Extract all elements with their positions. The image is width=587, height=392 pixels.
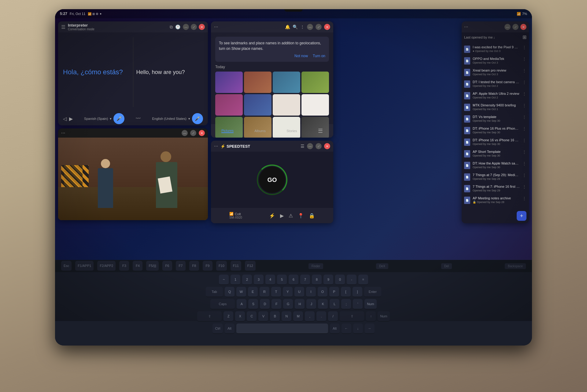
key-l[interactable]: L bbox=[330, 299, 339, 309]
key-a[interactable]: A bbox=[237, 299, 246, 309]
key-r[interactable]: R bbox=[260, 287, 269, 297]
key-minus[interactable]: - bbox=[347, 275, 356, 285]
key-backspace[interactable]: Backspace bbox=[505, 263, 526, 269]
doc-more-button-4[interactable]: ⋮ bbox=[522, 91, 526, 96]
doc-more-button-5[interactable]: ⋮ bbox=[522, 103, 526, 108]
maps-close-button[interactable]: ✕ bbox=[324, 24, 330, 30]
photo-thumb-4[interactable] bbox=[301, 72, 329, 93]
key-enter[interactable]: Enter bbox=[364, 287, 381, 297]
key-tilde[interactable]: ~ bbox=[219, 275, 229, 285]
key-m[interactable]: M bbox=[293, 311, 303, 322]
key-f7[interactable]: F7 bbox=[176, 261, 186, 271]
doc-more-button-13[interactable]: ⋮ bbox=[522, 196, 526, 201]
key-lbracket[interactable]: [ bbox=[341, 287, 351, 297]
maps-more-icon[interactable]: ⋮ bbox=[300, 24, 305, 29]
doc-more-button-8[interactable]: ⋮ bbox=[522, 138, 526, 143]
key-alt-right[interactable]: Alt bbox=[330, 324, 340, 334]
key-8[interactable]: 8 bbox=[312, 275, 322, 285]
key-b[interactable]: B bbox=[270, 311, 280, 322]
key-space[interactable] bbox=[236, 324, 328, 334]
video-menu-dots[interactable]: ··· bbox=[61, 130, 65, 136]
photo-thumb-7[interactable] bbox=[273, 94, 300, 116]
key-quote[interactable]: ' bbox=[353, 299, 363, 309]
key-e[interactable]: E bbox=[248, 287, 258, 297]
photo-thumb-5[interactable] bbox=[215, 94, 243, 116]
key-q[interactable]: Q bbox=[225, 287, 234, 297]
key-2[interactable]: 2 bbox=[242, 275, 252, 285]
key-t[interactable]: T bbox=[271, 287, 281, 297]
key-x[interactable]: X bbox=[235, 311, 245, 322]
key-period[interactable]: . bbox=[316, 311, 326, 322]
doc-more-button-12[interactable]: ⋮ bbox=[522, 184, 526, 189]
key-f6[interactable]: F6 bbox=[162, 261, 172, 271]
key-f5[interactable]: F5/||| bbox=[146, 261, 158, 271]
key-rbracket[interactable]: ] bbox=[353, 287, 362, 297]
key-tab[interactable]: Tab bbox=[206, 287, 223, 297]
left-mic-button[interactable]: 🎤 bbox=[113, 113, 124, 124]
video-maximize-button[interactable]: ⤢ bbox=[190, 130, 196, 136]
photo-thumb-2[interactable] bbox=[244, 72, 271, 93]
maps-overflow-menu[interactable]: ☰ bbox=[318, 128, 323, 134]
docs-sort-label[interactable]: Last opened by me ↓ bbox=[464, 35, 495, 39]
key-c[interactable]: C bbox=[247, 311, 257, 322]
key-1[interactable]: 1 bbox=[231, 275, 240, 285]
key-7[interactable]: 7 bbox=[300, 275, 310, 285]
photo-thumb-1[interactable] bbox=[215, 72, 243, 93]
doc-more-button-6[interactable]: ⋮ bbox=[522, 115, 526, 120]
key-arrow-left[interactable]: ← bbox=[341, 324, 351, 334]
docs-menu-dots[interactable]: ··· bbox=[464, 24, 468, 30]
doc-list-item-2[interactable]: 📄 Xreal beam pro review Opened by me Oct… bbox=[462, 66, 529, 78]
key-semicolon[interactable]: ; bbox=[341, 299, 351, 309]
key-f1[interactable]: F1/APP1 bbox=[75, 261, 94, 271]
key-i[interactable]: I bbox=[306, 287, 316, 297]
timer-icon[interactable]: 🕐 bbox=[175, 24, 180, 29]
maps-tab-stories[interactable]: Stories bbox=[286, 129, 297, 133]
key-f8[interactable]: F8 bbox=[189, 261, 199, 271]
key-h[interactable]: H bbox=[295, 299, 305, 309]
doc-more-button-3[interactable]: ⋮ bbox=[522, 80, 526, 85]
key-dex[interactable]: DeX bbox=[376, 263, 388, 269]
key-n[interactable]: N bbox=[282, 311, 291, 322]
key-f2[interactable]: F2/APP2 bbox=[97, 261, 116, 271]
video-minimize-button[interactable]: — bbox=[182, 130, 188, 136]
video-close-button[interactable]: ✕ bbox=[199, 130, 205, 136]
key-5[interactable]: 5 bbox=[277, 275, 287, 285]
docs-close-button[interactable]: ✕ bbox=[520, 24, 526, 30]
key-0[interactable]: 0 bbox=[335, 275, 345, 285]
doc-list-item-1[interactable]: 📄 OPPO and MediaTek Opened by me Oct 3 ⋮ bbox=[462, 55, 529, 66]
key-s[interactable]: S bbox=[248, 299, 258, 309]
maps-not-now-button[interactable]: Not now bbox=[294, 54, 308, 58]
interpreter-right-lang[interactable]: English (United States) ▾ 🎤 bbox=[152, 113, 203, 124]
maps-maximize-button[interactable]: ⤢ bbox=[316, 24, 322, 30]
doc-more-button-11[interactable]: ⋮ bbox=[522, 173, 526, 178]
doc-list-item-0[interactable]: 📄 I was excited for the Pixel 9 Pro Fold… bbox=[462, 43, 529, 55]
key-y[interactable]: Y bbox=[283, 287, 293, 297]
photo-thumb-8[interactable] bbox=[301, 94, 329, 116]
docs-new-document-button[interactable]: + bbox=[517, 211, 526, 221]
speedtest-menu-icon[interactable]: ☰ bbox=[301, 144, 305, 149]
speedtest-close-button[interactable]: ✕ bbox=[324, 143, 330, 149]
doc-more-button-1[interactable]: ⋮ bbox=[522, 57, 526, 61]
doc-list-item-9[interactable]: 📄 AP Short Template Opened by me Sep 30 … bbox=[462, 148, 529, 159]
doc-list-item-12[interactable]: 📄 7 Things at 7: iPhone 16 first impress… bbox=[462, 183, 529, 194]
search-icon[interactable]: 🔍 bbox=[293, 24, 298, 29]
key-v[interactable]: V bbox=[258, 311, 268, 322]
key-arrow-down[interactable]: ↓ bbox=[353, 324, 363, 334]
key-num[interactable]: Num bbox=[364, 299, 376, 309]
right-mic-button[interactable]: 🎤 bbox=[192, 113, 203, 124]
key-9[interactable]: 9 bbox=[323, 275, 333, 285]
photo-thumb-12[interactable] bbox=[301, 117, 329, 138]
maps-menu-dots[interactable]: ··· bbox=[214, 24, 218, 30]
key-j[interactable]: J bbox=[306, 299, 316, 309]
interpreter-close-button[interactable]: ✕ bbox=[199, 24, 205, 30]
key-f4[interactable]: F4 bbox=[133, 261, 142, 271]
photo-thumb-3[interactable] bbox=[273, 72, 300, 93]
docs-maximize-button[interactable]: ⤢ bbox=[512, 24, 519, 30]
key-f10[interactable]: F10 bbox=[216, 261, 227, 271]
key-f3[interactable]: F3 bbox=[119, 261, 129, 271]
key-6[interactable]: 6 bbox=[289, 275, 298, 285]
docs-minimize-button[interactable]: — bbox=[504, 24, 511, 30]
photo-thumb-9[interactable] bbox=[215, 117, 243, 138]
key-f[interactable]: F bbox=[271, 299, 281, 309]
doc-list-item-4[interactable]: 📄 AP: Apple Watch Ultra 2 review Opened … bbox=[462, 90, 529, 101]
